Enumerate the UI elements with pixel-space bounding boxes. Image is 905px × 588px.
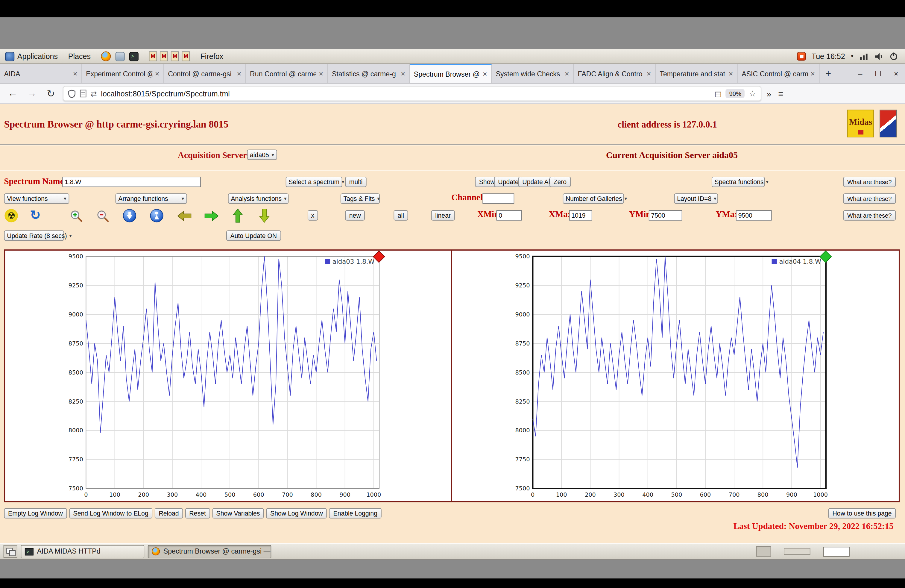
zoom-out-icon[interactable]	[96, 209, 111, 223]
files-launcher-icon[interactable]	[116, 52, 125, 61]
menu-hamburger-icon[interactable]: ≡	[778, 89, 783, 99]
tab-fadc-align[interactable]: FADC Align & Contro×	[574, 64, 656, 83]
page-info-icon[interactable]	[79, 89, 86, 98]
tags-fits-dropdown[interactable]: Tags & Fits▾	[341, 194, 380, 204]
what-are-these-button[interactable]: What are these?	[843, 176, 896, 187]
how-to-use-button[interactable]: How to use this page	[829, 508, 896, 518]
tab-temperature[interactable]: Temperature and stat×	[656, 64, 738, 83]
clock[interactable]: Tue 16:52	[811, 52, 845, 61]
spectrum-panel-aida03[interactable]: 0100200300400500600700800900100075007750…	[5, 251, 452, 501]
firefox-launcher-icon[interactable]	[101, 51, 111, 61]
tab-spectrum-browser[interactable]: Spectrum Browser @×	[410, 64, 492, 83]
reload-button[interactable]: ↻	[44, 87, 58, 100]
taskbar-item-firefox[interactable]: Spectrum Browser @ carme-gsi — ...	[148, 545, 272, 558]
tab-close-icon[interactable]: ×	[155, 69, 159, 78]
radiation-icon[interactable]: ☢	[5, 209, 17, 222]
all-button[interactable]: all	[394, 210, 408, 221]
arrow-left-icon[interactable]	[176, 210, 192, 222]
tab-close-icon[interactable]: ×	[729, 69, 733, 78]
workspace-switcher[interactable]	[3, 545, 17, 558]
tab-experiment-control[interactable]: Experiment Control @×	[82, 64, 164, 83]
bookmark-star-icon[interactable]: ☆	[749, 89, 756, 98]
forward-button[interactable]: →	[25, 88, 39, 99]
midas-shortcut-icon[interactable]: M	[182, 51, 190, 61]
refresh-icon[interactable]: ↻	[30, 208, 41, 223]
close-button[interactable]: ×	[887, 64, 905, 83]
arrow-down-icon[interactable]	[259, 208, 270, 223]
tab-statistics[interactable]: Statistics @ carme-g×	[328, 64, 410, 83]
tab-run-control[interactable]: Run Control @ carme×	[246, 64, 328, 83]
tab-close-icon[interactable]: ×	[810, 69, 815, 78]
download-sphere-icon[interactable]	[122, 208, 137, 223]
network-icon[interactable]	[859, 52, 869, 60]
tray-widget[interactable]	[784, 548, 810, 555]
zero-button[interactable]: Zero	[549, 176, 571, 187]
back-button[interactable]: ←	[6, 88, 19, 99]
tab-system-wide-checks[interactable]: System wide Checks×	[492, 64, 574, 83]
url-text[interactable]: localhost:8015/Spectrum/Spectrum.tml	[101, 89, 710, 98]
overflow-chevrons-icon[interactable]: »	[767, 89, 771, 99]
what-are-these-button[interactable]: What are these?	[843, 210, 896, 221]
tab-aida[interactable]: AIDA×	[0, 64, 82, 83]
tab-asic-control[interactable]: ASIC Control @ carm×	[738, 64, 820, 83]
what-are-these-button[interactable]: What are these?	[843, 194, 896, 204]
xmax-input[interactable]	[569, 210, 592, 221]
empty-log-window-button[interactable]: Empty Log Window	[4, 508, 67, 518]
midas-shortcut-icon[interactable]: M	[149, 51, 157, 61]
new-button[interactable]: new	[345, 210, 365, 221]
volume-icon[interactable]	[875, 52, 884, 60]
reset-button[interactable]: Reset	[185, 508, 210, 518]
spectrum-panel-aida04[interactable]: 0100200300400500600700800900100075007750…	[452, 251, 899, 501]
reload-page-button[interactable]: Reload	[155, 508, 183, 518]
show-log-window-button[interactable]: Show Log Window	[266, 508, 327, 518]
applications-menu[interactable]: Applications	[0, 49, 63, 64]
permissions-icon[interactable]: ⇄	[90, 89, 97, 98]
notification-icon[interactable]	[797, 52, 806, 61]
ymax-input[interactable]	[736, 210, 772, 221]
midas-shortcut-icon[interactable]: M	[171, 51, 179, 61]
pager-preview[interactable]	[823, 547, 849, 556]
analysis-functions-dropdown[interactable]: Analysis functions▾	[228, 194, 289, 204]
tray-widget[interactable]	[756, 546, 771, 556]
spectrum-name-input[interactable]	[62, 176, 201, 187]
linear-button[interactable]: linear	[431, 210, 455, 221]
update-rate-dropdown[interactable]: Update Rate (8 secs)▾	[4, 230, 64, 241]
tab-close-icon[interactable]: ×	[647, 69, 651, 78]
shield-icon[interactable]	[68, 89, 76, 98]
zoom-level-badge[interactable]: 90%	[726, 89, 745, 98]
tab-close-icon[interactable]: ×	[483, 70, 487, 78]
tab-close-icon[interactable]: ×	[565, 69, 569, 78]
ymin-input[interactable]	[649, 210, 682, 221]
layout-id-dropdown[interactable]: Layout ID=8▾	[674, 194, 718, 204]
taskbar-item-httpd[interactable]: > AIDA MIDAS HTTPd	[21, 545, 144, 558]
xmin-input[interactable]	[497, 210, 522, 221]
enable-logging-button[interactable]: Enable Logging	[329, 508, 381, 518]
acquisition-server-select[interactable]: aida05▾	[247, 149, 277, 160]
number-of-galleries-dropdown[interactable]: Number of Galleries▾	[563, 194, 624, 204]
zoom-in-icon[interactable]	[69, 209, 85, 223]
places-menu[interactable]: Places	[63, 49, 96, 64]
channel-input[interactable]	[483, 194, 514, 204]
tab-close-icon[interactable]: ×	[319, 69, 323, 78]
spectra-functions-dropdown[interactable]: Spectra functions▾	[712, 176, 765, 187]
new-tab-button[interactable]: +	[820, 64, 837, 83]
show-variables-button[interactable]: Show Variables	[212, 508, 264, 518]
view-functions-dropdown[interactable]: View functions▾	[4, 194, 69, 204]
tab-control[interactable]: Control @ carme-gsi×	[164, 64, 246, 83]
auto-update-button[interactable]: Auto Update ON	[226, 230, 281, 241]
maximize-button[interactable]: ☐	[869, 64, 887, 83]
midas-shortcut-icon[interactable]: M	[160, 51, 168, 61]
url-field[interactable]: ⇄ localhost:8015/Spectrum/Spectrum.tml ▤…	[63, 86, 761, 101]
tab-close-icon[interactable]: ×	[73, 69, 78, 78]
active-app-menu[interactable]: Firefox	[195, 49, 229, 64]
arrow-up-icon[interactable]	[232, 208, 244, 223]
arrange-functions-dropdown[interactable]: Arrange functions▾	[116, 194, 187, 204]
x-scale-button[interactable]: x	[308, 210, 318, 221]
minimize-button[interactable]: –	[851, 64, 869, 83]
person-sphere-icon[interactable]	[149, 208, 164, 223]
arrow-right-icon[interactable]	[204, 210, 219, 222]
terminal-launcher-icon[interactable]	[129, 52, 138, 61]
select-spectrum-dropdown[interactable]: Select a spectrum▾	[286, 176, 342, 187]
tab-close-icon[interactable]: ×	[401, 69, 405, 78]
multi-button[interactable]: multi	[345, 176, 367, 187]
